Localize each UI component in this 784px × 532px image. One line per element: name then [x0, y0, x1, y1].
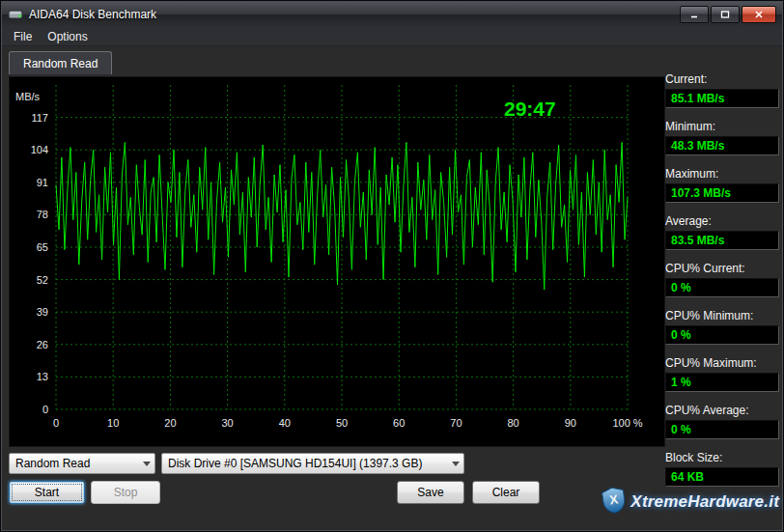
benchmark-type-select[interactable]: Random Read [9, 453, 155, 474]
timer-text: 29:47 [504, 98, 556, 120]
shield-icon: X [601, 485, 628, 518]
svg-text:60: 60 [393, 417, 405, 429]
svg-text:13: 13 [37, 371, 48, 382]
chart-svg: 0102030405060708090100 %0132639526578911… [10, 77, 664, 446]
stat-label-maximum: Maximum: [665, 167, 779, 181]
svg-text:80: 80 [507, 417, 518, 429]
svg-text:26: 26 [37, 339, 48, 350]
svg-text:52: 52 [37, 274, 48, 286]
stop-button[interactable]: Stop [91, 481, 160, 504]
stat-label-average: Average: [665, 214, 779, 228]
svg-text:104: 104 [31, 144, 48, 155]
window-controls [680, 6, 776, 23]
stat-average: Average: 83.5 MB/s [665, 214, 779, 250]
disk-drive-select[interactable]: Disk Drive #0 [SAMSUNG HD154UI] (1397.3 … [161, 453, 464, 474]
svg-text:10: 10 [107, 417, 119, 429]
stat-value-cpu-minimum: 0 % [665, 325, 779, 345]
benchmark-type-value: Random Read [15, 457, 139, 470]
stat-label-cpu-minimum: CPU% Minimum: [665, 309, 779, 322]
stat-maximum: Maximum: 107.3 MB/s [665, 167, 779, 203]
disk-drive-value: Disk Drive #0 [SAMSUNG HD154UI] (1397.3 … [168, 457, 448, 470]
stat-value-maximum: 107.3 MB/s [665, 183, 779, 203]
stat-value-minimum: 48.3 MB/s [665, 136, 779, 155]
svg-text:90: 90 [565, 417, 576, 429]
chevron-down-icon [143, 462, 151, 466]
close-button[interactable] [742, 6, 776, 23]
stat-cpu-average: CPU% Average: 0 % [665, 404, 779, 439]
stat-cpu-current: CPU% Current: 0 % [665, 262, 779, 297]
svg-text:0: 0 [53, 417, 59, 429]
tab-random-read[interactable]: Random Read [9, 51, 112, 74]
stats-panel: Current: 85.1 MB/s Minimum: 48.3 MB/s Ma… [665, 72, 779, 498]
svg-text:91: 91 [37, 177, 48, 188]
stat-value-current: 85.1 MB/s [665, 89, 779, 108]
stat-value-average: 83.5 MB/s [665, 231, 779, 250]
stat-value-cpu-maximum: 1 % [665, 373, 779, 392]
stat-label-minimum: Minimum: [665, 120, 779, 133]
stat-value-cpu-current: 0 % [665, 278, 779, 297]
menubar: File Options [2, 27, 782, 46]
stat-label-block-size: Block Size: [665, 451, 779, 464]
app-window: AIDA64 Disk Benchmark File Options Rando… [0, 0, 784, 532]
y-axis-unit: MB/s [15, 91, 41, 102]
menu-options[interactable]: Options [40, 28, 95, 45]
svg-text:40: 40 [279, 417, 291, 429]
svg-text:20: 20 [164, 417, 176, 429]
svg-text:X: X [609, 491, 620, 507]
svg-text:117: 117 [31, 112, 48, 124]
save-button[interactable]: Save [397, 481, 464, 504]
stat-label-cpu-average: CPU% Average: [665, 404, 779, 417]
svg-text:39: 39 [37, 306, 48, 318]
svg-text:100 %: 100 % [612, 417, 642, 429]
stat-value-block-size: 64 KB [665, 467, 779, 487]
stat-minimum: Minimum: 48.3 MB/s [665, 120, 779, 155]
clear-button[interactable]: Clear [472, 481, 540, 504]
stat-value-cpu-average: 0 % [665, 420, 779, 439]
svg-text:0: 0 [42, 404, 48, 415]
svg-text:78: 78 [37, 209, 48, 220]
stat-current: Current: 85.1 MB/s [665, 72, 779, 108]
svg-text:65: 65 [37, 241, 48, 253]
app-icon [8, 7, 23, 22]
chevron-down-icon [452, 462, 460, 466]
window-title: AIDA64 Disk Benchmark [29, 8, 680, 21]
stat-cpu-maximum: CPU% Maximum: 1 % [665, 356, 779, 392]
svg-text:50: 50 [336, 417, 348, 429]
titlebar[interactable]: AIDA64 Disk Benchmark [2, 2, 782, 27]
stat-label-current: Current: [665, 72, 779, 86]
maximize-button[interactable] [711, 6, 740, 23]
start-button[interactable]: Start [9, 481, 85, 504]
throughput-line [56, 142, 628, 290]
stat-block-size: Block Size: 64 KB [665, 451, 779, 487]
menu-file[interactable]: File [6, 28, 40, 45]
svg-text:70: 70 [450, 417, 462, 429]
stat-label-cpu-current: CPU% Current: [665, 262, 779, 275]
stat-cpu-minimum: CPU% Minimum: 0 % [665, 309, 779, 345]
benchmark-chart: 0102030405060708090100 %0132639526578911… [9, 76, 665, 447]
svg-text:30: 30 [221, 417, 233, 429]
minimize-button[interactable] [680, 6, 709, 23]
stat-label-cpu-maximum: CPU% Maximum: [665, 356, 779, 370]
